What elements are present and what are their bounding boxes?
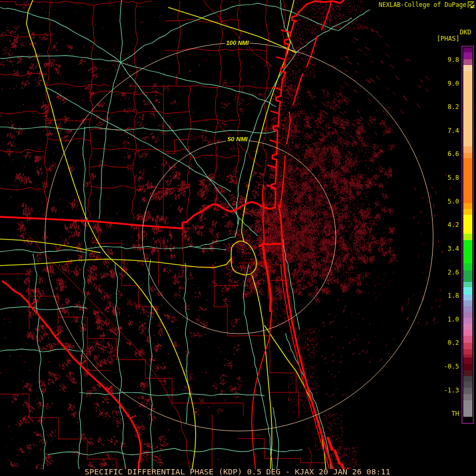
scale-segment — [463, 263, 472, 270]
scale-segment — [463, 295, 472, 300]
scale-tick-label: 3.4 — [447, 245, 459, 252]
scale-segment — [463, 270, 472, 282]
nexlab-flag-icon — [468, 2, 474, 8]
scale-segment — [463, 312, 472, 318]
scale-segment — [463, 354, 472, 358]
scale-segment — [463, 234, 472, 240]
scale-tick-label: -1.3 — [444, 387, 459, 394]
scale-segment — [463, 48, 472, 52]
scale-segment — [463, 349, 472, 354]
scale-tick-label: 0.2 — [447, 339, 459, 346]
scale-tick-label: 5.0 — [447, 198, 459, 205]
scale-tick-label: 2.6 — [447, 269, 459, 276]
scale-segment — [463, 370, 472, 376]
scale-segment — [463, 336, 472, 343]
scale-unit-line2: [PHAS] — [437, 35, 460, 42]
scale-segment — [463, 324, 472, 329]
scale-segment — [463, 318, 472, 324]
scale-segment — [463, 52, 472, 59]
scale-tick-label: 9.8 — [447, 56, 459, 63]
scale-tick-label: 8.2 — [447, 103, 459, 111]
scale-tick-label: 1.0 — [447, 316, 459, 323]
scale-unit-line1: DKD — [460, 29, 471, 36]
product-caption: SPECIFIC DIFFERENTIAL PHASE (KDP) 0.5 DE… — [85, 468, 390, 476]
scale-tick-label: 5.8 — [447, 174, 459, 181]
range-ring-label: 50 NMI — [227, 136, 248, 142]
scale-segment — [463, 203, 472, 209]
range-ring-label: 100 NMI — [226, 40, 250, 46]
scale-segment — [463, 388, 472, 394]
color-scale-bar: 9.89.08.27.46.65.85.04.23.42.61.81.00.2-… — [444, 47, 473, 424]
radar-display: 50 NMI100 NMI 9.89.08.27.46.65.85.04.23.… — [0, 0, 476, 476]
scale-tick-label: 9.0 — [447, 80, 459, 87]
scale-tick-label: 7.4 — [447, 127, 459, 134]
scale-segment — [463, 282, 472, 287]
scale-tick-label: TH — [452, 410, 459, 417]
scale-segment — [463, 287, 472, 295]
county-boundaries — [0, 0, 325, 476]
scale-segment — [463, 358, 472, 364]
range-ring-labels: 50 NMI100 NMI — [226, 40, 250, 142]
scale-segment — [463, 215, 472, 234]
title-text: NEXLAB-College of DuPage — [379, 1, 466, 8]
scale-segment — [463, 343, 472, 349]
scale-tick-label: -0.5 — [444, 363, 459, 370]
scale-segment — [463, 240, 472, 263]
secondary-roads — [0, 0, 370, 476]
range-rings — [45, 43, 433, 431]
scale-segment — [463, 147, 472, 153]
scale-segment — [463, 59, 472, 65]
scale-segment — [463, 65, 472, 71]
scale-segment — [463, 71, 472, 147]
scale-segment — [463, 381, 472, 388]
scale-tick-label: 1.8 — [447, 292, 459, 299]
scale-segment — [463, 329, 472, 336]
scale-segment — [463, 394, 472, 400]
scale-segment — [463, 158, 472, 203]
scale-tick-label: 6.6 — [447, 150, 459, 158]
scale-segment — [463, 376, 472, 381]
scale-tick-label: 4.2 — [447, 221, 459, 228]
scale-segment — [463, 400, 472, 417]
scale-segment — [463, 209, 472, 215]
scale-segment — [463, 153, 472, 158]
scale-segment — [463, 364, 472, 370]
scale-segment — [463, 306, 472, 312]
scale-segment — [463, 300, 472, 306]
radar-map: 50 NMI100 NMI 9.89.08.27.46.65.85.04.23.… — [0, 0, 476, 476]
